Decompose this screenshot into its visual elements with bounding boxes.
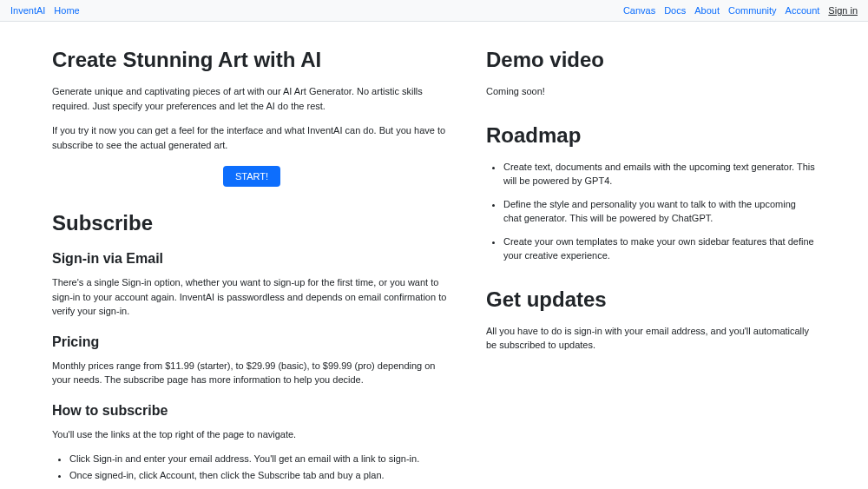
canvas-link[interactable]: Canvas	[623, 5, 655, 16]
account-link[interactable]: Account	[786, 5, 820, 16]
updates-title: Get updates	[486, 287, 816, 312]
hero-title: Create Stunning Art with AI	[52, 48, 451, 72]
roadmap-title: Roadmap	[486, 123, 816, 148]
start-button-wrap: START!	[52, 162, 451, 194]
hero-p1: Generate unique and captivating pieces o…	[52, 84, 451, 113]
navbar: InventAI Home Canvas Docs About Communit…	[0, 0, 868, 22]
brand-link[interactable]: InventAI	[10, 5, 45, 16]
signin-heading: Sign-in via Email	[52, 251, 451, 267]
roadmap-list: Create text, documents and emails with t…	[486, 160, 816, 263]
list-item: Create your own templates to make your o…	[503, 235, 816, 263]
nav-left: InventAI Home	[10, 5, 80, 16]
start-button[interactable]: START!	[223, 166, 280, 187]
updates-text: All you have to do is sign-in with your …	[486, 324, 816, 353]
how-list: Click Sign-in and enter your email addre…	[52, 452, 451, 482]
about-link[interactable]: About	[694, 5, 720, 16]
pricing-text: Monthly prices range from $11.99 (starte…	[52, 359, 451, 387]
how-heading: How to subscribe	[52, 403, 451, 419]
list-item: Define the style and personality you wan…	[503, 197, 816, 226]
main-container: Create Stunning Art with AI Generate uni…	[17, 22, 851, 489]
pricing-heading: Pricing	[52, 334, 451, 350]
list-item: Click Sign-in and enter your email addre…	[69, 452, 451, 466]
list-item: Create text, documents and emails with t…	[503, 160, 816, 188]
demo-text: Coming soon!	[486, 84, 816, 99]
subscribe-title: Subscribe	[52, 211, 451, 235]
left-column: Create Stunning Art with AI Generate uni…	[52, 48, 451, 489]
list-item: Once signed-in, click Account, then clic…	[69, 468, 451, 483]
docs-link[interactable]: Docs	[664, 5, 686, 16]
nav-right: Canvas Docs About Community Account Sign…	[623, 5, 858, 16]
hero-p2: If you try it now you can get a feel for…	[52, 123, 451, 152]
signin-link[interactable]: Sign in	[828, 5, 858, 16]
community-link[interactable]: Community	[728, 5, 777, 16]
signin-text: There's a single Sign-in option, whether…	[52, 275, 451, 319]
right-column: Demo video Coming soon! Roadmap Create t…	[486, 48, 816, 489]
how-intro: You'll use the links at the top right of…	[52, 427, 451, 442]
demo-title: Demo video	[486, 48, 816, 72]
home-link[interactable]: Home	[54, 5, 79, 16]
